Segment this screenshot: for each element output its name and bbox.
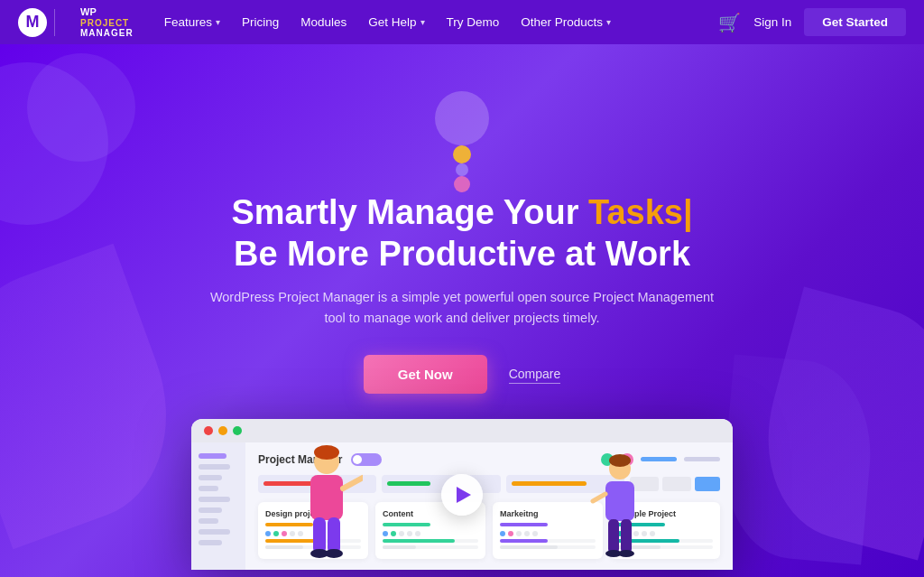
- card-progress-fill: [500, 539, 548, 543]
- deco-leaf-left: [0, 244, 199, 549]
- card-progress-bar: [383, 539, 478, 543]
- logo-wp: WP: [80, 6, 134, 17]
- logo[interactable]: M WP PROJECT MANAGER: [18, 6, 134, 37]
- sidebar-item: [199, 529, 230, 535]
- compare-button[interactable]: Compare: [509, 365, 561, 384]
- card-title: Markeitng: [500, 509, 596, 518]
- nav-gethelp-label: Get Help: [368, 15, 416, 29]
- svg-rect-2: [310, 475, 343, 520]
- sidebar-item: [199, 497, 230, 502]
- sidebar-item: [199, 464, 230, 470]
- card-dot: [500, 531, 505, 536]
- nav-pricing-label: Pricing: [242, 15, 279, 29]
- card-progress-fill: [383, 545, 416, 549]
- hero-title-part1: Smartly Manage Your: [231, 193, 588, 231]
- deco-dot-purple: [456, 163, 468, 176]
- stat-bar-green: [387, 481, 430, 486]
- card-marketing: Markeitng: [493, 502, 603, 559]
- card-dot: [399, 531, 404, 536]
- svg-point-7: [325, 549, 343, 558]
- sidebar-item: [199, 507, 222, 513]
- hero-cursor: |: [683, 193, 693, 231]
- card-dot: [383, 531, 388, 536]
- chevron-down-icon: ▾: [216, 17, 220, 27]
- card-dot: [265, 531, 271, 536]
- hero-buttons: Get Now Compare: [364, 355, 560, 394]
- svg-rect-12: [608, 519, 619, 554]
- nav-item-pricing[interactable]: Pricing: [233, 10, 288, 34]
- hero-title-part2: Be More Productive at Work: [234, 235, 690, 273]
- logo-divider: [54, 9, 55, 36]
- card-dot: [508, 531, 513, 536]
- sidebar-item: [199, 475, 222, 480]
- card-bar: [383, 523, 430, 526]
- stat-button-active: [695, 477, 720, 491]
- nav-actions: 🛒 Sign In Get Started: [718, 8, 906, 36]
- person-right-svg: [588, 452, 651, 570]
- person-left-svg: [291, 443, 363, 570]
- sign-in-link[interactable]: Sign In: [753, 15, 791, 29]
- card-dot: [516, 531, 522, 536]
- play-button[interactable]: [441, 474, 483, 516]
- nav-features-label: Features: [164, 15, 212, 29]
- card-dot: [532, 531, 538, 536]
- titlebar-dot-red: [204, 426, 213, 435]
- nav-otherproducts-label: Other Products: [521, 15, 603, 29]
- hero-title: Smartly Manage Your Tasks| Be More Produ…: [209, 192, 715, 275]
- svg-rect-4: [313, 517, 326, 554]
- nav-item-gethelp[interactable]: Get Help ▾: [359, 10, 433, 34]
- dash-line: [684, 457, 720, 461]
- stat-bar-yellow: [512, 481, 587, 486]
- titlebar-dot-green: [233, 426, 242, 435]
- nav-modules-label: Modules: [300, 15, 346, 29]
- svg-rect-5: [328, 517, 340, 554]
- get-started-button[interactable]: Get Started: [804, 8, 906, 36]
- card-dot: [524, 531, 530, 536]
- card-progress-fill: [500, 545, 558, 549]
- svg-line-11: [593, 494, 605, 501]
- card-dot: [407, 531, 412, 536]
- card-progress-bar: [500, 545, 596, 549]
- titlebar-dot-yellow: [218, 426, 227, 435]
- nav-item-otherproducts[interactable]: Other Products ▾: [512, 10, 620, 34]
- svg-point-15: [618, 550, 634, 557]
- stat-button: [662, 477, 691, 491]
- nav-item-modules[interactable]: Modules: [291, 10, 356, 34]
- nav-links: Features ▾ Pricing Modules Get Help ▾ Tr…: [155, 10, 719, 34]
- card-bar: [500, 523, 548, 526]
- card-dots: [500, 531, 596, 536]
- nav-item-features[interactable]: Features ▾: [155, 10, 229, 34]
- nav-item-trydemo[interactable]: Try Demo: [438, 10, 509, 34]
- logo-project: PROJECT: [80, 18, 134, 28]
- chevron-down-icon: ▾: [606, 17, 611, 27]
- sidebar-item: [199, 518, 218, 524]
- frame-titlebar: [191, 419, 733, 442]
- card-progress-fill: [383, 539, 455, 543]
- sidebar-item: [199, 486, 218, 491]
- get-now-button[interactable]: Get Now: [364, 355, 487, 394]
- hero-subtitle: WordPress Project Manager is a simple ye…: [209, 287, 715, 329]
- card-progress-bar: [500, 539, 596, 543]
- cart-icon[interactable]: 🛒: [718, 12, 741, 33]
- svg-rect-13: [621, 519, 632, 554]
- card-progress-bar: [383, 545, 478, 549]
- person-right: [588, 452, 651, 570]
- deco-dot-yellow: [453, 145, 471, 163]
- nav-trydemo-label: Try Demo: [447, 15, 500, 29]
- logo-manager: MANAGER: [80, 28, 134, 38]
- card-dot: [415, 531, 420, 536]
- svg-rect-10: [605, 481, 634, 521]
- navbar: M WP PROJECT MANAGER Features ▾ Pricing …: [0, 0, 924, 44]
- chevron-down-icon: ▾: [420, 17, 425, 27]
- logo-icon: M: [18, 8, 47, 37]
- dashboard-sidebar: [191, 442, 245, 570]
- card-dot: [391, 531, 396, 536]
- card-dot: [273, 531, 279, 536]
- logo-text: WP PROJECT MANAGER: [80, 6, 134, 37]
- svg-point-9: [609, 454, 631, 467]
- hero-text: Smartly Manage Your Tasks| Be More Produ…: [209, 192, 715, 330]
- play-icon: [457, 487, 471, 503]
- deco-circle-3: [435, 91, 489, 145]
- sidebar-item: [199, 540, 222, 545]
- card-dot: [282, 531, 287, 536]
